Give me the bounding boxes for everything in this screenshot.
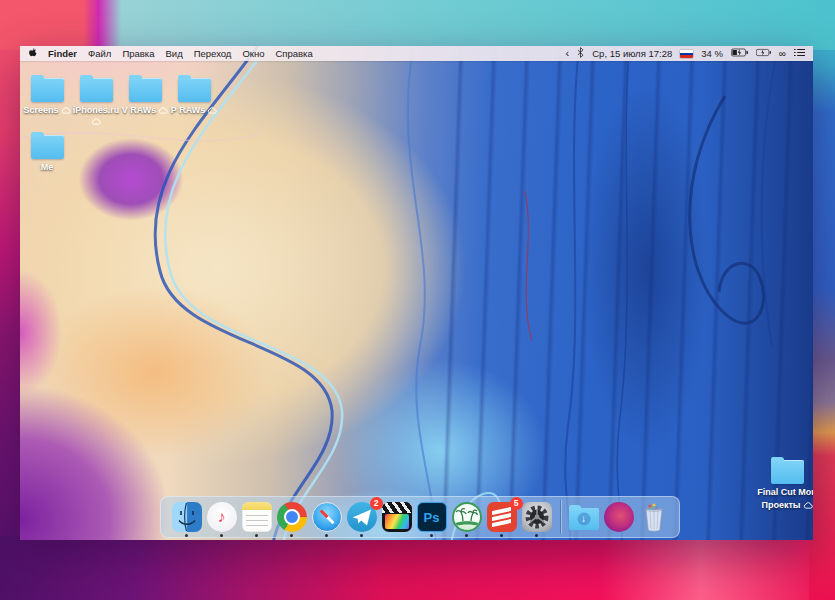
folder-label: V RAWs [122,105,157,116]
dock-item-photoshop[interactable]: Ps [417,502,447,532]
input-language-flag-ru[interactable] [680,50,693,58]
desktop-folder-screens[interactable]: Screens [21,74,73,116]
purple-circle-stack-icon [604,502,634,532]
battery-infinity-label: ∞ [779,48,786,59]
menu-edit[interactable]: Правка [122,48,154,59]
desktop-folder-v-raws[interactable]: V RAWs [119,74,171,116]
dock-item-itunes[interactable]: ♪ [207,502,237,532]
dock-item-telegram[interactable]: 2 [347,502,377,532]
icloud-icon [91,118,101,125]
wallpaper-flow-lines [20,46,813,540]
menu-file[interactable]: Файл [88,48,111,59]
secondary-battery-icon[interactable] [756,48,771,59]
menubar-clock[interactable]: Ср, 15 июля 17:28 [592,48,672,59]
apple-menu-icon[interactable] [28,47,37,60]
bluetooth-icon[interactable] [577,47,584,60]
dock-item-final-cut-pro[interactable] [382,502,412,532]
system-preferences-icon [522,502,552,532]
palm-trees-app-icon [452,502,482,532]
battery-charging-icon[interactable] [731,48,748,59]
desktop-wallpaper [20,46,813,540]
dock-item-downloads-folder[interactable]: ↓ [569,502,599,532]
chrome-icon [277,502,307,532]
apple-logo-icon [28,47,37,58]
telegram-badge: 2 [370,497,383,510]
folder-label-line1: Final Cut Мои [757,487,813,498]
trash-full-icon [642,502,666,532]
notification-list-icon[interactable] [794,48,805,59]
menu-bar: Finder Файл Правка Вид Переход Окно Спра… [20,46,813,61]
dock-item-safari[interactable] [312,502,342,532]
folder-icon [178,78,211,102]
folder-label: P RAWs [171,105,205,116]
icloud-icon [207,107,217,114]
dock-item-notes[interactable] [242,502,272,532]
desktop-folder-me[interactable]: Me [21,131,73,173]
dock-item-palm-app[interactable] [452,502,482,532]
dock-item-chrome[interactable] [277,502,307,532]
notes-icon [242,502,272,532]
desktop-folder-iphones-ru[interactable]: iPhones.ru [70,74,122,125]
active-app-name[interactable]: Finder [48,48,77,59]
safari-icon [312,502,342,532]
finder-icon [172,502,202,532]
downloads-folder-icon: ↓ [569,508,599,530]
folder-icon [31,78,64,102]
icloud-icon [803,502,813,509]
background-artwork: Finder Файл Правка Вид Переход Окно Спра… [0,0,835,600]
menu-go[interactable]: Переход [194,48,232,59]
folder-label-line2: Проекты [761,500,800,511]
dock-item-trash[interactable] [639,502,669,532]
final-cut-pro-icon [382,502,412,532]
todoist-badge: 5 [510,497,523,510]
download-arrow-icon: ↓ [577,513,590,526]
folder-label: Screens [23,105,58,116]
dock-separator [560,500,561,534]
dock-item-finder[interactable] [172,502,202,532]
dock: ♪ 2 Ps [160,496,680,538]
dock-item-purple-stack[interactable] [604,502,634,532]
folder-icon [771,460,804,484]
icloud-icon [158,107,168,114]
dock-item-todoist[interactable]: 5 [487,502,517,532]
battery-percent[interactable]: 34 % [701,48,723,59]
desktop-folder-final-cut-projects[interactable]: Final Cut Мои Проекты [751,456,813,511]
dock-item-system-preferences[interactable] [522,502,552,532]
menu-help[interactable]: Справка [275,48,312,59]
photoshop-label: Ps [424,510,440,525]
itunes-icon: ♪ [207,502,237,532]
photoshop-icon: Ps [417,502,447,532]
folder-label: Me [41,162,54,173]
menu-window[interactable]: Окно [242,48,264,59]
desktop-folder-p-raws[interactable]: P RAWs [168,74,220,116]
folder-icon [80,78,113,102]
macos-screen: Finder Файл Правка Вид Переход Окно Спра… [20,46,813,540]
folder-icon [31,135,64,159]
menu-view[interactable]: Вид [165,48,182,59]
menubar-collapse-chevron-icon[interactable]: ‹ [566,49,570,58]
folder-icon [129,78,162,102]
folder-label: iPhones.ru [73,105,120,116]
